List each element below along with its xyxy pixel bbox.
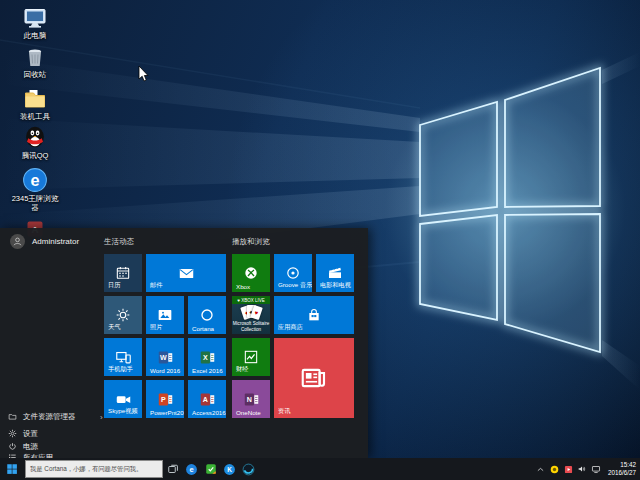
taskbar-app-q[interactable] <box>239 458 258 480</box>
tile-label: Cortana <box>192 325 214 332</box>
xbox-icon <box>243 265 259 281</box>
desktop-icon-this-pc[interactable]: 此电脑 <box>4 4 66 40</box>
groove-icon <box>285 265 301 281</box>
volume-button[interactable] <box>577 462 588 476</box>
tile-label: Xbox <box>236 283 250 290</box>
speaker-icon <box>577 464 587 474</box>
e-browser-icon: e <box>185 463 198 476</box>
taskbar-app-browser-e[interactable]: e <box>182 458 201 480</box>
tile-store[interactable]: 应用商店 <box>274 296 354 334</box>
tray-app-red[interactable] <box>563 462 574 476</box>
start-menu: Administrator 生活动态 播放和浏览 日历邮件天气照片Cortana… <box>0 228 368 458</box>
powerpoint-icon: P <box>157 391 174 408</box>
tile-label: Word 2016 <box>150 367 180 374</box>
yellow-shield-icon <box>550 465 559 474</box>
tile-word[interactable]: WWord 2016 <box>146 338 184 376</box>
tile-mail[interactable]: 邮件 <box>146 254 226 292</box>
tile-photo[interactable]: 照片 <box>146 296 184 334</box>
tile-onenote[interactable]: NOneNote <box>232 380 270 418</box>
cortana-search-box[interactable]: 我是 Cortana，小娜，有问题尽管问我。 <box>25 460 163 478</box>
task-view-icon <box>167 463 179 475</box>
tile-news[interactable]: 资讯 <box>274 338 354 418</box>
hidden-icons-chevron[interactable] <box>535 462 546 476</box>
svg-text:P: P <box>161 396 166 404</box>
desktop: 此电脑回收站装机工具腾讯QQe2345王牌浏览器A Administrator … <box>0 0 640 480</box>
folder-icon <box>4 85 66 111</box>
taskbar-app-k[interactable]: K <box>220 458 239 480</box>
network-button[interactable] <box>591 462 602 476</box>
sidebar-item-label: 电源 <box>23 442 38 452</box>
tile-group-life: 日历邮件天气照片Cortana手机助手WWord 2016XExcel 2016… <box>104 254 226 418</box>
tile-label: Excel 2016 <box>192 367 223 374</box>
svg-text:K: K <box>227 465 232 472</box>
tile-group-title-play: 播放和浏览 <box>232 237 270 247</box>
tile-label: Access2016 <box>192 409 226 416</box>
excel-icon: X <box>199 349 216 366</box>
desktop-icon-install-tools-folder[interactable]: 装机工具 <box>4 85 66 121</box>
tile-phone-companion[interactable]: 手机助手 <box>104 338 142 376</box>
desktop-icon-label: 此电脑 <box>4 31 66 40</box>
news-icon <box>299 363 329 393</box>
tile-xbox[interactable]: Xbox <box>232 254 270 292</box>
tile-label: 资讯 <box>278 407 290 416</box>
system-tray: 15:42 2016/6/27 <box>535 461 640 476</box>
tile-label: Microsoft Solitaire Collection <box>232 321 270 332</box>
start-button[interactable] <box>0 458 24 480</box>
sidebar-item-settings[interactable]: 设置 <box>8 428 38 440</box>
clock-date: 2016/6/27 <box>608 469 636 477</box>
tile-movies[interactable]: 电影和电视 <box>316 254 354 292</box>
tile-calendar[interactable]: 日历 <box>104 254 142 292</box>
tile-label: 财经 <box>236 365 248 374</box>
clock-time: 15:42 <box>608 461 636 469</box>
svg-text:W: W <box>160 354 167 362</box>
tile-excel[interactable]: XExcel 2016 <box>188 338 226 376</box>
access-icon: A <box>199 391 216 408</box>
tile-sun[interactable]: 天气 <box>104 296 142 334</box>
svg-text:A: A <box>202 396 207 404</box>
desktop-icon-recycle-bin[interactable]: 回收站 <box>4 43 66 79</box>
tray-app-yellow[interactable] <box>549 462 560 476</box>
power-icon <box>8 442 17 453</box>
cortana-icon <box>199 307 215 323</box>
tile-group-play: XboxGroove 音乐电影和电视♥ XBOX LIVE♦♠♥Microsof… <box>232 254 354 418</box>
tile-label: 日历 <box>108 281 120 290</box>
tile-groove[interactable]: Groove 音乐 <box>274 254 312 292</box>
sun-icon <box>115 307 131 323</box>
tile-finance[interactable]: 财经 <box>232 338 270 376</box>
desktop-icon-label: 2345王牌浏览器 <box>4 194 66 213</box>
finance-icon <box>243 349 259 365</box>
search-placeholder-text: 我是 Cortana，小娜，有问题尽管问我。 <box>30 465 142 474</box>
tile-label: PowerPnt2016 <box>150 409 184 416</box>
tile-solitaire[interactable]: ♥ XBOX LIVE♦♠♥Microsoft Solitaire Collec… <box>232 296 270 334</box>
gear-icon <box>8 429 17 440</box>
movies-icon <box>327 265 343 281</box>
sidebar-item-file-explorer[interactable]: 文件资源管理器 › <box>8 411 76 423</box>
tile-access[interactable]: AAccess2016 <box>188 380 226 418</box>
tile-cortana[interactable]: Cortana <box>188 296 226 334</box>
tile-label: 邮件 <box>150 281 162 290</box>
network-icon <box>591 464 601 474</box>
desktop-icon-label: 装机工具 <box>4 112 66 121</box>
phone-companion-icon <box>115 349 132 366</box>
tile-label: 电影和电视 <box>320 281 351 290</box>
tile-label: Skype视频 <box>108 407 138 416</box>
task-view-button[interactable] <box>163 458 182 480</box>
taskbar-app-green[interactable] <box>201 458 220 480</box>
desktop-icon-browser-2345[interactable]: e2345王牌浏览器 <box>4 167 66 213</box>
tile-video[interactable]: Skype视频 <box>104 380 142 418</box>
desktop-icon-tencent-qq[interactable]: 腾讯QQ <box>4 124 66 160</box>
tile-label: 应用商店 <box>278 323 303 332</box>
e-circle-icon: e <box>4 167 66 193</box>
tile-label: OneNote <box>236 409 261 416</box>
tile-group-title-life: 生活动态 <box>104 237 134 247</box>
tile-powerpoint[interactable]: PPowerPnt2016 <box>146 380 184 418</box>
taskbar-clock[interactable]: 15:42 2016/6/27 <box>605 461 636 476</box>
word-icon: W <box>157 349 174 366</box>
sidebar-item-label: 文件资源管理器 <box>23 412 76 422</box>
desktop-icon-label: 腾讯QQ <box>4 151 66 160</box>
svg-text:e: e <box>189 465 193 474</box>
sidebar-item-label: 设置 <box>23 429 38 439</box>
chevron-right-icon[interactable]: › <box>100 413 103 422</box>
tile-label: 照片 <box>150 323 162 332</box>
user-account[interactable]: Administrator <box>10 234 79 249</box>
